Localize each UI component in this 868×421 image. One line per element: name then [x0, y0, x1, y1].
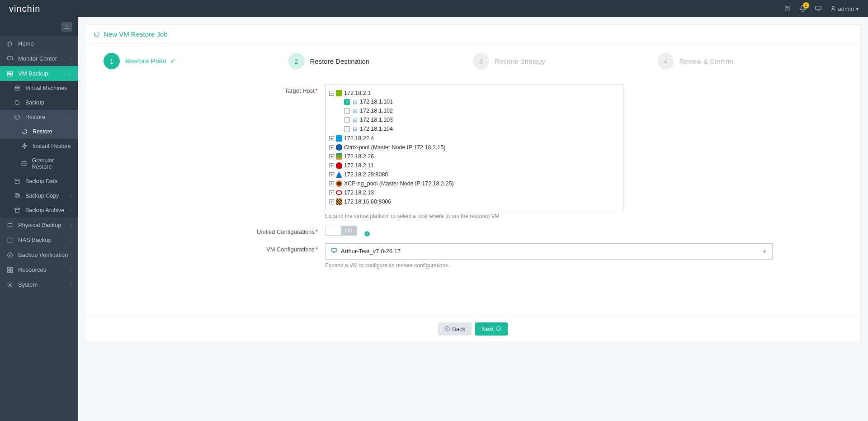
user-menu[interactable]: admin ▾ — [830, 5, 859, 12]
sidebar-label-system: System — [18, 281, 38, 288]
label-vm-config: VM Configurations* — [104, 243, 325, 269]
sidebar-item-backup-archive[interactable]: Backup Archive ‹ — [0, 203, 78, 218]
checkbox-checked[interactable]: ✓ — [344, 99, 350, 105]
gear-icon — [6, 282, 14, 288]
step-restore-strategy[interactable]: 3 Restore Strategy — [473, 53, 658, 69]
step-label: Restore Strategy — [495, 57, 546, 65]
sidebar-toggle-button[interactable] — [61, 22, 72, 32]
sidebar-label-instant-restore: Instant Restore — [33, 143, 71, 149]
svg-point-27 — [9, 284, 11, 286]
tree-collapse-icon[interactable]: − — [329, 91, 334, 96]
sidebar-item-instant-restore[interactable]: Instant Restore — [0, 139, 78, 153]
tree-node-sangfor[interactable]: + 172.18.2.26 — [329, 152, 619, 161]
tree-node-host-2[interactable]: ▤ 172.18.1.102 — [337, 107, 619, 115]
plus-icon[interactable]: + — [763, 247, 767, 255]
tree-node-host-3[interactable]: ▤ 172.18.1.103 — [337, 116, 619, 124]
tree-node-xcpng[interactable]: + XCP-ng_pool (Master Node IP:172.18.2.2… — [329, 180, 619, 188]
notification-badge: 1 — [803, 2, 809, 9]
tree-expand-icon[interactable]: + — [329, 136, 334, 141]
sidebar-item-restore-sub[interactable]: Restore — [0, 124, 78, 139]
svg-text:VM: VM — [9, 73, 12, 75]
chevron-down-icon: ⌄ — [68, 115, 71, 120]
sidebar-item-vm-backup[interactable]: VM VM Backup ⌄ — [0, 66, 78, 81]
step-review-confirm[interactable]: 4 Review & Confirm — [658, 53, 843, 69]
wizard-panel: New VM Restore Job 1 Restore Point ✓ 2 R… — [85, 24, 861, 342]
sidebar-item-resources[interactable]: Resources ‹ — [0, 262, 78, 277]
tree-expand-icon[interactable]: + — [329, 190, 334, 195]
sidebar-item-backup-data[interactable]: Backup Data — [0, 174, 78, 189]
sidebar-item-backup-verification[interactable]: Backup Verification ‹ — [0, 247, 78, 262]
target-host-tree[interactable]: − 172.18.2.1 ✓ ▤ 172.18.1.101 — [325, 85, 623, 210]
tree-node-label: 172.18.2.1 — [344, 89, 371, 97]
tree-node-label: Citrix-pool (Master Node IP:172.18.2.15) — [344, 143, 445, 151]
tree-node-oracle[interactable]: + 172.18.2.13 — [329, 189, 619, 197]
form-row-vm-config: VM Configurations* Arthur-Test_v7.0-26.1… — [85, 241, 860, 270]
sidebar-item-physical-backup[interactable]: Physical Backup ‹ — [0, 218, 78, 232]
sidebar-submenu-vm-backup: Virtual Machines Backup Restore ⌄ Restor… — [0, 81, 78, 218]
tree-expand-icon[interactable]: + — [329, 199, 334, 204]
tree-expand-icon[interactable]: + — [329, 172, 334, 177]
vm-config-item[interactable]: Arthur-Test_v7.0-26.17 + — [325, 243, 773, 260]
arrow-right-icon — [496, 326, 501, 331]
sidebar-item-home[interactable]: Home — [0, 36, 78, 51]
verify-icon — [6, 252, 14, 258]
info-icon[interactable]: i — [364, 231, 370, 237]
wizard-steps: 1 Restore Point ✓ 2 Restore Destination … — [85, 44, 860, 83]
sidebar-item-granular-restore[interactable]: Granular Restore — [0, 153, 78, 174]
sidebar-toggle-area — [0, 17, 78, 36]
svg-point-33 — [496, 326, 501, 331]
checkbox[interactable] — [344, 108, 350, 114]
svg-rect-21 — [8, 238, 12, 242]
chevron-left-icon: ‹ — [70, 208, 71, 213]
form-row-target-host: Target Host* − 172.18.2.1 — [85, 83, 860, 221]
svg-rect-16 — [16, 195, 19, 198]
vmware-icon — [336, 90, 342, 96]
step-restore-point[interactable]: 1 Restore Point ✓ — [104, 53, 288, 69]
sidebar-label-backup-verification: Backup Verification — [18, 251, 68, 258]
svg-rect-13 — [22, 161, 26, 166]
sidebar-item-system[interactable]: System ‹ — [0, 277, 78, 292]
tree-node-label: 172.18.1.102 — [360, 107, 393, 115]
xcpng-icon — [336, 180, 342, 187]
checkbox[interactable] — [344, 117, 350, 123]
tree-node-hyperv[interactable]: + 172.18.22.4 — [329, 134, 619, 142]
svg-rect-24 — [10, 267, 12, 269]
sidebar-item-backup-copy[interactable]: Backup Copy ‹ — [0, 189, 78, 203]
tree-node-host-1[interactable]: ✓ ▤ 172.18.1.101 — [337, 98, 619, 106]
step-restore-destination[interactable]: 2 Restore Destination — [288, 53, 473, 69]
monitor-icon — [6, 56, 14, 62]
tree-node-label: 172.18.2.13 — [344, 189, 374, 197]
tree-node-azure[interactable]: + 172.18.2.29:8080 — [329, 170, 619, 179]
tree-expand-icon[interactable]: + — [329, 154, 334, 159]
tree-expand-icon[interactable]: + — [329, 145, 334, 150]
chevron-left-icon: ‹ — [70, 267, 71, 272]
tree-node-redhat[interactable]: + 172.18.2.11 — [329, 161, 619, 170]
tree-node-citrix[interactable]: + Citrix-pool (Master Node IP:172.18.2.1… — [329, 143, 619, 151]
tree-node-nutanix[interactable]: + 172.18.16.60:8006 — [329, 198, 619, 206]
tree-node-vmware-root[interactable]: − 172.18.2.1 — [329, 89, 619, 97]
sidebar-item-restore[interactable]: Restore ⌄ — [0, 110, 78, 124]
sidebar-item-backup[interactable]: Backup — [0, 95, 78, 110]
screen-icon[interactable] — [815, 5, 822, 12]
notification-icon[interactable]: 1 — [799, 5, 807, 12]
sidebar-label-physical-backup: Physical Backup — [18, 222, 61, 228]
sidebar-item-virtual-machines[interactable]: Virtual Machines — [0, 81, 78, 95]
chevron-left-icon: ‹ — [70, 56, 71, 61]
checkbox[interactable] — [344, 126, 350, 132]
spinner-icon — [14, 99, 21, 106]
next-button[interactable]: Next — [475, 322, 508, 336]
tree-expand-icon[interactable]: + — [329, 181, 334, 186]
sangfor-icon — [336, 153, 342, 160]
toggle-unified-config[interactable]: Off — [325, 226, 357, 236]
tree-node-host-4[interactable]: ▤ 172.18.1.104 — [337, 125, 619, 133]
sidebar-label-restore-sub: Restore — [33, 128, 52, 135]
restore-icon — [21, 128, 28, 135]
step-label: Restore Point ✓ — [125, 57, 176, 65]
back-button[interactable]: Back — [438, 322, 472, 336]
tree-expand-icon[interactable]: + — [329, 163, 334, 168]
svg-point-11 — [15, 100, 19, 104]
form-row-unified-config: Unified Configurations* Off i — [85, 224, 860, 239]
sidebar-item-monitor[interactable]: Monitor Center ‹ — [0, 51, 78, 66]
log-icon[interactable] — [784, 5, 791, 12]
sidebar-item-nas-backup[interactable]: NAS Backup ‹ — [0, 232, 78, 247]
